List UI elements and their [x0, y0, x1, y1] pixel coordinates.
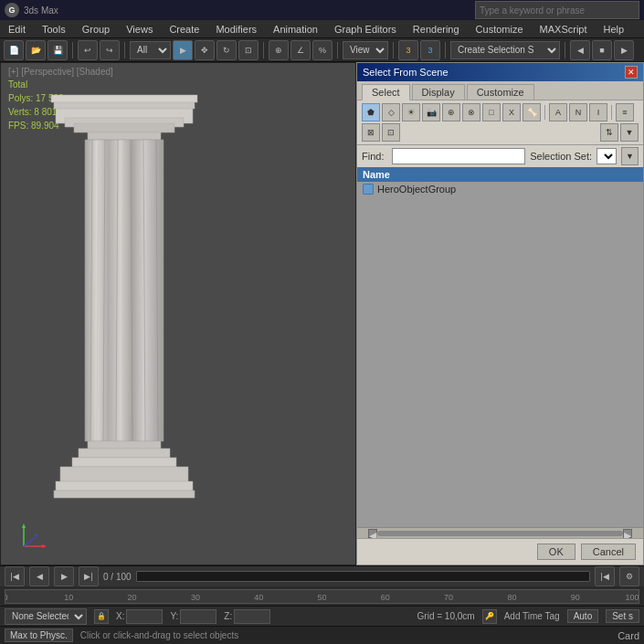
svg-rect-2 [74, 123, 174, 132]
select-btn[interactable]: ▶ [173, 40, 193, 60]
title-search-input[interactable] [475, 1, 639, 19]
scroll-track[interactable] [377, 531, 623, 536]
object-list[interactable]: HeroObjectGroup [357, 182, 643, 527]
key-icon[interactable]: 🔑 [482, 609, 497, 624]
x-input[interactable] [126, 609, 163, 624]
view-dropdown[interactable]: View [343, 41, 388, 59]
cameras-filter-btn[interactable]: 📷 [422, 103, 440, 121]
menu-edit[interactable]: Edit [5, 24, 29, 35]
menu-create[interactable]: Create [165, 24, 203, 35]
undo-btn[interactable]: ↩ [78, 40, 98, 60]
timeline-ruler[interactable]: 0 10 20 30 40 50 60 70 80 90 100 [5, 589, 639, 604]
menu-modifiers[interactable]: Modifiers [212, 24, 260, 35]
svg-rect-20 [56, 481, 193, 491]
create-selection-dropdown[interactable]: Create Selection S [450, 41, 560, 59]
main-toolbar: 📄 📂 💾 ↩ ↪ All ▶ ✥ ↻ ⊡ ⊕ ∠ % View 3 3 Cre… [0, 38, 644, 62]
timeline-scrubber[interactable] [136, 571, 590, 582]
ruler-90: 90 [571, 593, 580, 602]
shapes-filter-btn[interactable]: ◇ [382, 103, 400, 121]
svg-marker-27 [22, 523, 26, 528]
total-label: Total [8, 78, 64, 91]
angle-snap-btn[interactable]: ∠ [290, 40, 311, 60]
menu-animation[interactable]: Animation [269, 24, 322, 35]
options-btn[interactable]: ▼ [620, 123, 639, 142]
helpers-filter-btn[interactable]: ⊕ [442, 103, 460, 121]
all-dropdown[interactable]: All [130, 41, 171, 59]
rotate-btn[interactable]: ↻ [216, 40, 237, 60]
menu-rendering[interactable]: Rendering [409, 24, 463, 35]
svg-line-28 [24, 537, 36, 546]
lock-btn[interactable]: 🔒 [94, 609, 109, 624]
list-item[interactable]: HeroObjectGroup [357, 182, 643, 196]
auto-btn[interactable]: Auto [567, 609, 599, 623]
tab-display[interactable]: Display [412, 84, 465, 100]
menu-maxscript[interactable]: MAXScript [536, 24, 591, 35]
snap-btn[interactable]: ⊕ [269, 40, 289, 60]
viewport[interactable]: [+] [Perspective] [Shaded] Total Polys: … [0, 62, 356, 565]
invert-filter-btn[interactable]: I [589, 103, 607, 121]
set-btn[interactable]: Set s [606, 609, 639, 623]
timeline-play-btn[interactable]: ▶ [54, 566, 74, 586]
svg-rect-21 [54, 491, 195, 498]
bones-filter-btn[interactable]: 🦴 [523, 103, 541, 121]
sep2 [124, 42, 125, 58]
select-invert-btn[interactable]: ⊡ [382, 123, 400, 142]
open-btn[interactable]: 📂 [26, 40, 46, 60]
find-input[interactable] [392, 148, 525, 164]
move-btn[interactable]: ✥ [195, 40, 215, 60]
sort-btn[interactable]: ⇅ [600, 123, 618, 142]
cancel-button[interactable]: Cancel [581, 544, 636, 560]
preset-btn[interactable]: Max to Physc. [5, 628, 73, 642]
spacewarps-filter-btn[interactable]: ⊗ [462, 103, 480, 121]
scroll-left-btn[interactable]: ◀ [368, 529, 377, 538]
z-input[interactable] [234, 609, 270, 624]
timeline-next-btn[interactable]: ▶| [79, 566, 99, 586]
menu-group[interactable]: Group [79, 24, 114, 35]
dialog-icon-toolbar: ⬟ ◇ ☀ 📷 ⊕ ⊗ □ X 🦴 A N I ≡ ⊠ ⊡ ⇅ ▼ [357, 100, 643, 145]
timeline-start-btn[interactable]: |◀ [5, 566, 25, 586]
sel-set-options-btn[interactable]: ▼ [621, 147, 639, 165]
scale-btn[interactable]: ⊡ [238, 40, 259, 60]
render-btn[interactable]: 3 [398, 40, 418, 60]
timeline-prev-btn[interactable]: ◀ [29, 566, 49, 586]
save-btn[interactable]: 💾 [48, 40, 68, 60]
z-label: Z: [224, 611, 232, 621]
percent-snap-btn[interactable]: % [312, 40, 333, 60]
sep3 [263, 42, 264, 58]
select-all-btn[interactable]: ≡ [616, 103, 634, 121]
none-filter-btn[interactable]: N [569, 103, 587, 121]
tab-select[interactable]: Select [362, 84, 410, 100]
tab-customize[interactable]: Customize [467, 84, 534, 100]
timeline-options-btn[interactable]: ⚙ [619, 566, 639, 586]
svg-rect-17 [79, 449, 170, 458]
stop-btn[interactable]: ■ [592, 40, 612, 60]
y-input[interactable] [180, 609, 216, 624]
menu-views[interactable]: Views [122, 24, 156, 35]
svg-rect-3 [88, 132, 161, 140]
anim-btn[interactable]: 3 [420, 40, 440, 60]
new-btn[interactable]: 📄 [4, 40, 24, 60]
timeline-end-btn[interactable]: |◀ [595, 566, 615, 586]
horizontal-scrollbar[interactable]: ◀ ▶ [357, 527, 643, 538]
redo-btn[interactable]: ↪ [100, 40, 120, 60]
ruler-10: 10 [64, 593, 73, 602]
groups-filter-btn[interactable]: □ [482, 103, 501, 121]
xrefs-filter-btn[interactable]: X [502, 103, 521, 121]
dialog-close-btn[interactable]: ✕ [625, 66, 638, 79]
select-none-btn[interactable]: ⊠ [362, 123, 380, 142]
ok-button[interactable]: OK [537, 544, 575, 560]
geometry-filter-btn[interactable]: ⬟ [362, 103, 380, 121]
menu-tools[interactable]: Tools [38, 24, 69, 35]
next-btn[interactable]: ▶ [614, 40, 634, 60]
sel-set-dropdown[interactable] [596, 148, 617, 164]
ruler-50: 50 [317, 593, 326, 602]
selection-status[interactable]: None Selected [5, 608, 87, 625]
menu-customize[interactable]: Customize [472, 24, 527, 35]
all-filter-btn[interactable]: A [549, 103, 567, 121]
menu-graph-editors[interactable]: Graph Editors [331, 24, 400, 35]
play-btn[interactable]: ◀ [570, 40, 590, 60]
menu-help[interactable]: Help [600, 24, 628, 35]
scroll-right-btn[interactable]: ▶ [623, 529, 632, 538]
lights-filter-btn[interactable]: ☀ [402, 103, 420, 121]
dialog-title-bar: Select From Scene ✕ [357, 63, 643, 81]
